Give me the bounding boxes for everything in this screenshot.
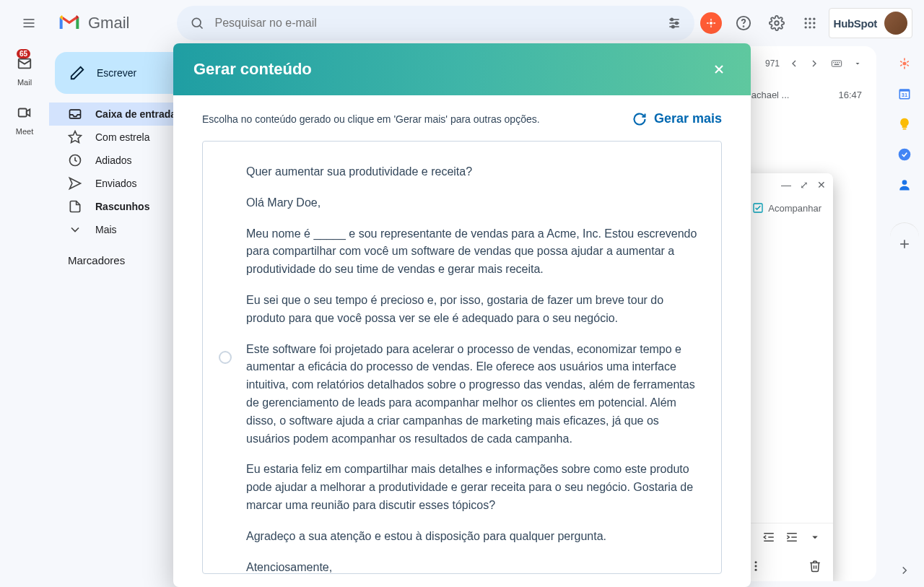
modal-title: Gerar conteúdo [193,60,312,79]
generated-option-card[interactable]: Quer aumentar sua produtividade e receit… [202,141,722,574]
generate-more-label: Gerar mais [654,111,722,126]
gen-greet: Olá Mary Doe, [246,194,699,212]
close-icon [712,62,726,77]
modal-subheader: Escolha no conteúdo gerado ou clique em … [173,95,751,135]
modal-close-button[interactable] [707,58,731,81]
refresh-icon [632,112,647,126]
generate-more-button[interactable]: Gerar mais [632,111,722,126]
gen-p1: Meu nome é _____ e sou representante de … [246,225,699,279]
gen-sign: Atenciosamente, [246,559,699,574]
gen-subject: Quer aumentar sua produtividade e receit… [246,163,699,181]
gen-p2: Eu sei que o seu tempo é precioso e, por… [246,292,699,328]
modal-header: Gerar conteúdo [173,43,751,95]
generate-content-modal: Gerar conteúdo Escolha no conteúdo gerad… [173,43,751,587]
option-radio[interactable] [219,351,232,364]
gen-p3: Este software foi projetado para acelera… [246,341,699,448]
gen-p5: Agradeço a sua atenção e estou à disposi… [246,528,699,546]
generated-body: Quer aumentar sua produtividade e receit… [246,163,699,574]
modal-overlay: Gerar conteúdo Escolha no conteúdo gerad… [0,0,924,587]
gen-p4: Eu estaria feliz em compartilhar mais de… [246,461,699,514]
modal-subtitle: Escolha no conteúdo gerado ou clique em … [202,113,540,125]
